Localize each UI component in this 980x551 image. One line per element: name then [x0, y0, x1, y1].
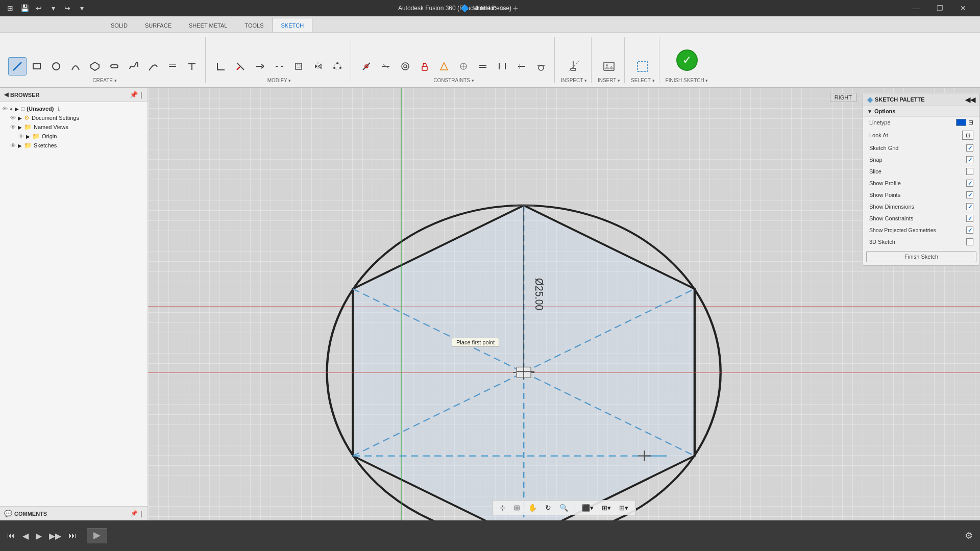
text-tool[interactable]: [183, 57, 201, 76]
display-mode-btn[interactable]: ⬛▾: [579, 503, 597, 513]
expand-origin-icon[interactable]: ▶: [26, 134, 30, 139]
slot-tool[interactable]: [105, 57, 124, 76]
browser-expand-icon[interactable]: │: [140, 92, 143, 98]
equal-constraint[interactable]: [474, 57, 492, 76]
polygon-tool[interactable]: [86, 57, 104, 76]
offset-tool[interactable]: [289, 57, 308, 76]
show-projected-row: Show Projected Geometries: [863, 224, 979, 236]
last-frame-btn[interactable]: ⏭: [66, 529, 79, 542]
comments-pin-icon[interactable]: 📌: [131, 510, 138, 517]
lock-constraint[interactable]: [415, 57, 434, 76]
parallel-constraint[interactable]: [493, 57, 511, 76]
slice-checkbox[interactable]: [966, 168, 973, 175]
tab-tools[interactable]: TOOLS: [236, 18, 272, 32]
sketch-3d-checkbox[interactable]: [966, 238, 973, 245]
sketch-3d-row: 3D Sketch: [863, 236, 979, 248]
expand-views-icon[interactable]: ▶: [18, 124, 22, 130]
cursor-tool-btn[interactable]: ⊹: [497, 502, 509, 513]
undo-button[interactable]: ↩: [33, 2, 45, 14]
midpoint-constraint[interactable]: [435, 57, 453, 76]
point-tool[interactable]: [163, 57, 182, 76]
measure-tool[interactable]: [565, 57, 583, 76]
show-constraints-row: Show Constraints: [863, 213, 979, 224]
save-button[interactable]: 💾: [18, 2, 31, 14]
prev-frame-btn[interactable]: ◀: [20, 529, 31, 543]
mirror-tool[interactable]: [309, 57, 327, 76]
break-tool[interactable]: [270, 57, 288, 76]
tangent-constraint[interactable]: [532, 57, 550, 76]
expand-sketches-icon[interactable]: ▶: [18, 143, 22, 148]
rectangle-tool[interactable]: [28, 57, 46, 76]
tab-sheet-metal[interactable]: SHEET METAL: [180, 18, 236, 32]
redo-button[interactable]: ↪: [61, 2, 74, 14]
conic-tool[interactable]: [144, 57, 162, 76]
browser-pin-icon[interactable]: 📌: [130, 91, 138, 98]
show-constraints-checkbox[interactable]: [966, 215, 973, 222]
tab-solid[interactable]: SOLID: [102, 18, 136, 32]
browser-item-sketches[interactable]: 👁 ▶ 📁 Sketches: [0, 141, 148, 150]
play-btn[interactable]: ▶: [34, 529, 44, 543]
show-points-checkbox[interactable]: [966, 191, 973, 198]
undo-dropdown[interactable]: ▾: [47, 2, 59, 14]
fillet-tool[interactable]: [212, 57, 230, 76]
timeline-marker[interactable]: [87, 528, 107, 543]
redo-dropdown[interactable]: ▾: [76, 2, 88, 14]
insert-image-tool[interactable]: [600, 57, 618, 76]
expand-root-icon[interactable]: ▶: [15, 106, 19, 112]
snap-checkbox[interactable]: [966, 156, 973, 163]
new-tab-btn[interactable]: ＋: [511, 3, 520, 14]
tab-sketch[interactable]: SKETCH: [272, 18, 312, 32]
line-tool[interactable]: [8, 57, 27, 76]
concentric-constraint[interactable]: [396, 57, 414, 76]
options-section-header[interactable]: ▼ Options: [863, 106, 979, 117]
circular-pattern-tool[interactable]: [328, 57, 347, 76]
maximize-button[interactable]: ❐: [928, 0, 951, 16]
zoom-btn[interactable]: 🔍: [556, 502, 571, 513]
tab-surface[interactable]: SURFACE: [136, 18, 180, 32]
coincident-constraint[interactable]: [357, 57, 376, 76]
comments-expand-icon[interactable]: │: [140, 511, 143, 517]
minimize-button[interactable]: —: [904, 0, 928, 16]
palette-pin-icon[interactable]: ◀◀: [965, 96, 975, 104]
constraints-group: CONSTRAINTS ▾: [353, 37, 555, 83]
app-menu-icon[interactable]: ⊞: [4, 2, 16, 14]
browser-item-named-views[interactable]: 👁 ▶ 📁 Named Views: [0, 122, 148, 132]
spline-tool[interactable]: [125, 57, 143, 76]
linetype-control[interactable]: ⊟: [956, 119, 973, 126]
inspect-label: INSPECT ▾: [561, 78, 587, 83]
extend-tool[interactable]: [251, 57, 269, 76]
finish-sketch-palette-btn[interactable]: Finish Sketch: [866, 251, 976, 262]
sketch-grid-checkbox[interactable]: [966, 144, 973, 152]
trim-tool[interactable]: [231, 57, 250, 76]
fix-constraint[interactable]: [454, 57, 473, 76]
circle-tool[interactable]: [47, 57, 65, 76]
linetype-icon[interactable]: ⊟: [968, 119, 973, 126]
grid-settings-btn[interactable]: ⊞▾: [599, 503, 614, 513]
expand-doc-icon[interactable]: ▶: [18, 115, 22, 121]
orbit-btn[interactable]: ↻: [542, 502, 554, 513]
close-tab-btn[interactable]: ✕: [500, 5, 505, 12]
browser-item-root[interactable]: 👁 ● ▶ □ (Unsaved) ℹ: [0, 104, 148, 113]
browser-item-origin[interactable]: 👁 ▶ 📁 Origin: [0, 132, 148, 141]
units-btn[interactable]: ⊞▾: [616, 503, 631, 513]
close-button[interactable]: ✕: [951, 0, 975, 16]
collinear-constraint[interactable]: [377, 57, 395, 76]
browser-collapse-icon[interactable]: ◀: [4, 91, 8, 98]
next-frame-btn[interactable]: ▶▶: [47, 529, 63, 543]
finish-sketch-button[interactable]: ✓: [674, 45, 700, 76]
show-dimensions-checkbox[interactable]: [966, 203, 973, 210]
look-at-btn[interactable]: ⊡: [962, 131, 973, 140]
constraints-tools: [357, 57, 550, 76]
pan-btn[interactable]: ✋: [525, 502, 540, 513]
first-frame-btn[interactable]: ⏮: [5, 529, 17, 542]
horizontal-constraint[interactable]: [512, 57, 531, 76]
select-tool[interactable]: [633, 57, 652, 76]
color-swatch[interactable]: [956, 119, 966, 126]
arc-tool[interactable]: [66, 57, 85, 76]
browser-item-doc-settings[interactable]: 👁 ▶ ⚙ Document Settings: [0, 113, 148, 122]
show-profile-checkbox[interactable]: [966, 180, 973, 187]
grid-capture-btn[interactable]: ⊞: [511, 502, 523, 513]
sketch-canvas[interactable]: Ø25.00 Place first point RIGHT ⊹ ⊞ ✋ ↻ 🔍…: [148, 88, 980, 520]
show-projected-checkbox[interactable]: [966, 227, 973, 234]
settings-btn[interactable]: ⚙: [963, 528, 975, 543]
